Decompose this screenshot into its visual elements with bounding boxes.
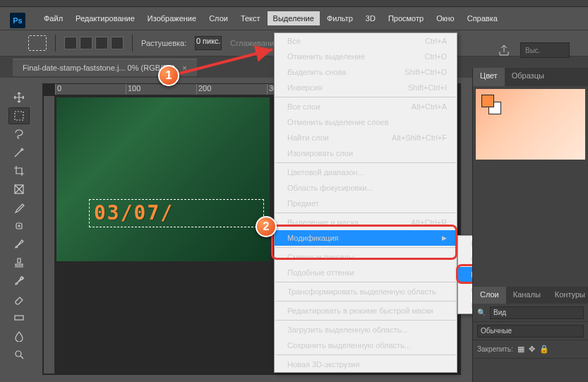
app-logo: Ps — [10, 13, 25, 28]
eraser-tool[interactable] — [8, 291, 30, 308]
callout-2: 2 — [256, 216, 277, 237]
menu-edit[interactable]: Редактирование — [70, 11, 140, 25]
tab-paths[interactable]: Контуры — [548, 287, 588, 304]
annotation-highlight-1 — [271, 225, 457, 260]
tab-swatches[interactable]: Образцы — [505, 68, 551, 86]
fg-bg-swatch[interactable] — [481, 95, 503, 116]
menu-select[interactable]: Выделение — [268, 11, 320, 25]
eyedropper-tool[interactable] — [8, 199, 30, 216]
select-menu-dropdown: ВсеCtrl+A Отменить выделениеCtrl+D Выдел… — [274, 32, 457, 373]
menu-filter[interactable]: Фильтр — [321, 11, 359, 25]
menu-deselect-layers[interactable]: Отменить выделение слоев — [275, 114, 457, 130]
tools-panel — [7, 86, 31, 366]
menu-focus-area[interactable]: Область фокусировки... — [275, 180, 457, 196]
crop-tool[interactable] — [8, 162, 30, 179]
menu-3d[interactable]: 3D — [360, 11, 381, 25]
menu-all-layers[interactable]: Все слоиAlt+Ctrl+A — [275, 99, 457, 114]
canvas-image[interactable]: 03/07/ — [56, 97, 270, 261]
menu-3d-extrusion: Новая 3D-экструзия — [275, 357, 457, 372]
share-icon[interactable] — [498, 44, 510, 56]
move-tool[interactable] — [8, 89, 30, 106]
date-stamp-selection: 03/07/ — [89, 199, 264, 227]
annotation-arrow — [174, 45, 280, 78]
menu-load-selection: Загрузить выделенную область... — [275, 322, 457, 338]
menu-deselect[interactable]: Отменить выделениеCtrl+D — [275, 49, 457, 64]
svg-point-5 — [16, 351, 21, 357]
menu-bar: Файл Редактирование Изображение Слои Тек… — [0, 7, 588, 30]
gradient-tool[interactable] — [8, 309, 30, 326]
brush-tool[interactable] — [8, 236, 30, 253]
menu-quick-mask[interactable]: Редактировать в режиме быстрой маски — [275, 303, 457, 318]
marquee-preset-icon[interactable] — [28, 35, 47, 51]
menu-text[interactable]: Текст — [235, 11, 266, 25]
menu-inverse[interactable]: ИнверсияShift+Ctrl+I — [275, 80, 457, 95]
tab-color[interactable]: Цвет — [473, 68, 505, 86]
menu-color-range[interactable]: Цветовой диапазон... — [275, 165, 457, 180]
wand-tool[interactable] — [8, 144, 30, 161]
marquee-tool[interactable] — [8, 107, 30, 124]
menu-layers[interactable]: Слои — [203, 11, 234, 25]
dodge-tool[interactable] — [8, 346, 30, 363]
tab-channels[interactable]: Каналы — [506, 287, 548, 304]
menu-reselect: Выделить сноваShift+Ctrl+D — [275, 64, 457, 80]
blur-tool[interactable] — [8, 328, 30, 345]
lock-position-icon[interactable]: ✥ — [529, 345, 535, 354]
document-tab-name: Final-date-stamp-faststone.j... — [23, 64, 126, 72]
blend-mode-select[interactable]: Обычные — [477, 325, 584, 338]
lock-all-icon[interactable]: 🔒 — [539, 345, 549, 354]
menu-view[interactable]: Просмотр — [383, 11, 429, 25]
layer-filter-select[interactable]: Вид — [490, 306, 584, 319]
lock-label: Закрепить: — [477, 345, 513, 353]
menu-isolate-layers[interactable]: Изолировать слои — [275, 145, 457, 161]
menu-window[interactable]: Окно — [431, 11, 460, 25]
ruler-vertical — [44, 96, 55, 374]
menu-select-all[interactable]: ВсеCtrl+A — [275, 33, 457, 49]
menu-save-selection[interactable]: Сохранить выделенную область... — [275, 338, 457, 353]
menu-find-layers[interactable]: Найти слоиAlt+Shift+Ctrl+F — [275, 130, 457, 145]
tab-layers[interactable]: Слои — [473, 287, 506, 304]
history-brush-tool[interactable] — [8, 273, 30, 290]
kind-label: 🔍 — [477, 309, 486, 316]
stamp-tool[interactable] — [8, 254, 30, 271]
right-panels: Цвет Образцы Слои Каналы Контуры 🔍 Вид О… — [472, 68, 588, 382]
menu-file[interactable]: Файл — [38, 11, 68, 25]
heal-tool[interactable] — [8, 217, 30, 234]
frame-tool[interactable] — [8, 181, 30, 198]
color-picker[interactable] — [476, 89, 585, 160]
callout-1: 1 — [158, 65, 179, 86]
search-input[interactable]: Выс. — [520, 42, 570, 58]
menu-similar[interactable]: Подобные оттенки — [275, 265, 457, 280]
menu-help[interactable]: Справка — [462, 11, 503, 25]
lock-pixels-icon[interactable]: ▦ — [517, 345, 524, 354]
menu-image[interactable]: Изображение — [142, 11, 202, 25]
svg-rect-0 — [15, 112, 23, 120]
menu-transform-selection[interactable]: Трансформировать выделенную область — [275, 284, 457, 299]
lasso-tool[interactable] — [8, 126, 30, 143]
selection-mode-group[interactable] — [64, 37, 124, 49]
menu-subject[interactable]: Предмет — [275, 196, 457, 211]
svg-rect-4 — [15, 316, 23, 320]
